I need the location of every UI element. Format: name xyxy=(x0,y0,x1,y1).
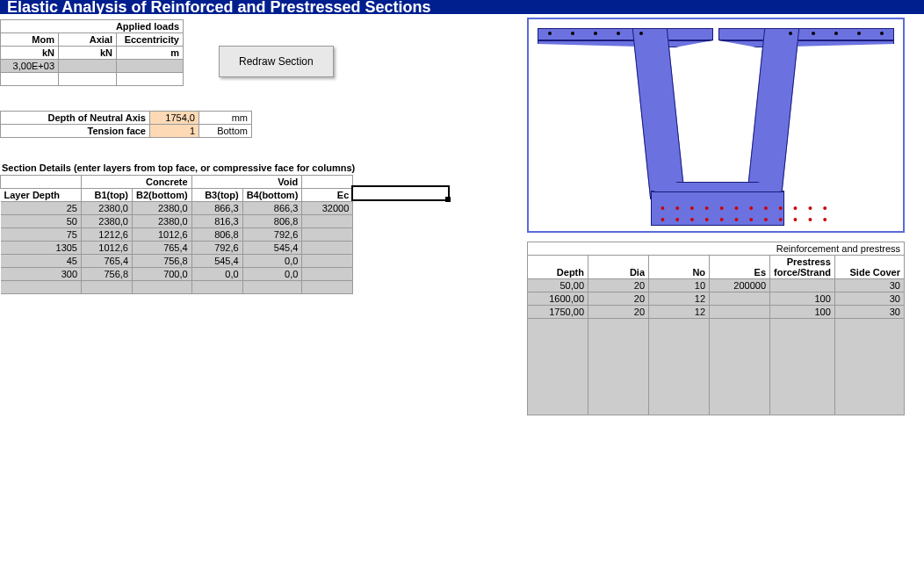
section-cell[interactable]: 0,0 xyxy=(191,268,242,281)
col-ecc: Eccentricity xyxy=(117,33,184,47)
section-cell[interactable]: 545,4 xyxy=(191,255,242,268)
reinf-cell[interactable]: 10 xyxy=(649,279,710,292)
reinf-cell[interactable]: 20 xyxy=(588,279,649,292)
section-cell[interactable]: 806,8 xyxy=(191,228,242,242)
section-cell[interactable]: 25 xyxy=(1,202,82,215)
redraw-section-button[interactable]: Redraw Section xyxy=(219,46,334,77)
section-cell[interactable] xyxy=(302,281,353,294)
reinf-col-1: Dia xyxy=(588,256,649,279)
section-col-0: Layer Depth xyxy=(1,189,82,202)
reinf-cell[interactable]: 20 xyxy=(588,292,649,306)
unit-mom: kN xyxy=(1,47,59,60)
reinf-cell[interactable]: 30 xyxy=(834,292,904,306)
section-col-1: B1(top) xyxy=(82,189,133,202)
section-cell[interactable]: 50 xyxy=(1,215,82,228)
reinf-cell[interactable]: 200000 xyxy=(710,279,770,292)
section-cell[interactable] xyxy=(302,215,353,228)
reinf-cell[interactable] xyxy=(649,319,710,415)
section-cell[interactable] xyxy=(302,228,353,242)
section-cell[interactable]: 300 xyxy=(1,268,82,281)
reinf-cell[interactable]: 50,00 xyxy=(528,279,588,292)
empty-cell[interactable] xyxy=(117,73,184,86)
reinf-cell[interactable] xyxy=(770,279,835,292)
section-cell[interactable] xyxy=(302,268,353,281)
section-cell[interactable] xyxy=(82,281,133,294)
group-void: Void xyxy=(191,176,302,189)
section-cell[interactable]: 32000 xyxy=(302,202,353,215)
reinf-cell[interactable]: 30 xyxy=(834,306,904,319)
reinf-col-5: Side Cover xyxy=(834,256,904,279)
section-cell[interactable]: 792,6 xyxy=(242,228,302,242)
reinf-cell[interactable]: 100 xyxy=(770,292,835,306)
reinf-cell[interactable] xyxy=(710,306,770,319)
section-cell[interactable]: 545,4 xyxy=(242,242,302,255)
empty-cell[interactable] xyxy=(59,73,117,86)
section-cell[interactable]: 1012,6 xyxy=(82,242,133,255)
reinf-cell[interactable]: 100 xyxy=(770,306,835,319)
neutral-axis-block: Depth of Neutral Axis 1754,0 mm Tension … xyxy=(0,111,252,138)
section-cell[interactable]: 765,4 xyxy=(82,255,133,268)
reinf-cell[interactable]: 12 xyxy=(649,306,710,319)
reinf-cell[interactable] xyxy=(710,292,770,306)
reinf-cell[interactable]: 1750,00 xyxy=(528,306,588,319)
section-cell[interactable]: 756,8 xyxy=(82,268,133,281)
mom-input[interactable]: 3,00E+03 xyxy=(1,60,59,73)
section-cell[interactable] xyxy=(302,255,353,268)
section-cell[interactable]: 792,6 xyxy=(191,242,242,255)
section-cell[interactable]: 2380,0 xyxy=(133,215,192,228)
section-cell[interactable]: 0,0 xyxy=(242,268,302,281)
unit-axial: kN xyxy=(59,47,117,60)
section-col-5: Ec xyxy=(302,189,353,202)
section-cell[interactable] xyxy=(1,281,82,294)
section-cell[interactable] xyxy=(242,281,302,294)
reinf-cell[interactable]: 20 xyxy=(588,306,649,319)
reinf-col-0: Depth xyxy=(528,256,588,279)
section-cell[interactable]: 765,4 xyxy=(133,242,192,255)
reinf-col-3: Es xyxy=(710,256,770,279)
reinf-cell[interactable] xyxy=(528,319,588,415)
col-mom: Mom xyxy=(1,33,59,47)
section-cell[interactable]: 806,8 xyxy=(242,215,302,228)
tension-face-value: 1 xyxy=(150,125,199,138)
section-cell[interactable]: 75 xyxy=(1,228,82,242)
applied-loads-title: Applied loads xyxy=(1,20,184,33)
reinf-cell[interactable] xyxy=(588,319,649,415)
section-col-2: B2(bottom) xyxy=(133,189,192,202)
section-cell[interactable] xyxy=(191,281,242,294)
section-cell[interactable]: 1305 xyxy=(1,242,82,255)
reinf-cell[interactable]: 30 xyxy=(834,279,904,292)
reinf-cell[interactable] xyxy=(770,319,835,415)
section-cell[interactable]: 45 xyxy=(1,255,82,268)
section-cell[interactable]: 866,3 xyxy=(242,202,302,215)
section-cell[interactable]: 700,0 xyxy=(133,268,192,281)
ecc-input[interactable] xyxy=(117,60,184,73)
selected-cell[interactable] xyxy=(351,185,450,201)
section-cell[interactable]: 2380,0 xyxy=(133,202,192,215)
section-cell[interactable] xyxy=(133,281,192,294)
reinf-cell[interactable]: 1600,00 xyxy=(528,292,588,306)
section-cell[interactable]: 2380,0 xyxy=(82,215,133,228)
reinf-col-2: No xyxy=(649,256,710,279)
reinforcement-title: Reinforcement and prestress xyxy=(528,242,905,256)
tension-face-label: Tension face xyxy=(1,125,150,138)
empty-cell[interactable] xyxy=(1,73,59,86)
page-title: Elastic Analysis of Reinforced and Prest… xyxy=(0,0,924,14)
section-cell[interactable]: 756,8 xyxy=(133,255,192,268)
tension-face-side: Bottom xyxy=(199,125,252,138)
applied-loads-table: Applied loads Mom Axial Eccentricity kN … xyxy=(0,19,184,86)
section-cell[interactable]: 1212,6 xyxy=(82,228,133,242)
section-cell[interactable]: 0,0 xyxy=(242,255,302,268)
section-cell[interactable]: 866,3 xyxy=(191,202,242,215)
reinf-cell[interactable]: 12 xyxy=(649,292,710,306)
section-details-title: Section Details (enter layers from top f… xyxy=(2,162,527,173)
section-details-table: Concrete Void Layer DepthB1(top)B2(botto… xyxy=(0,175,353,294)
reinf-cell[interactable] xyxy=(710,319,770,415)
section-cell[interactable] xyxy=(302,242,353,255)
section-cell[interactable]: 1012,6 xyxy=(133,228,192,242)
section-cell[interactable]: 2380,0 xyxy=(82,202,133,215)
section-drawing: • • • • • • • • • • • • • • • • • • • • … xyxy=(527,18,905,233)
axial-input[interactable] xyxy=(59,60,117,73)
reinf-cell[interactable] xyxy=(834,319,904,415)
group-concrete: Concrete xyxy=(82,176,192,189)
section-cell[interactable]: 816,3 xyxy=(191,215,242,228)
